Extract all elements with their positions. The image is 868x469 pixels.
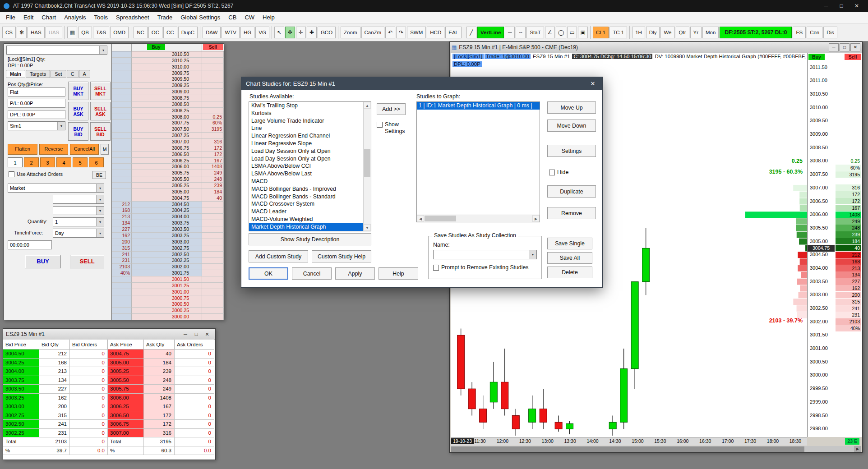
tab-set[interactable]: Set xyxy=(51,70,66,78)
time-and-sales-button[interactable]: T&S xyxy=(93,27,109,38)
ladder-bid-cell[interactable] xyxy=(112,114,132,120)
tab-main[interactable]: Main xyxy=(6,70,25,78)
ladder-bid-cell[interactable] xyxy=(112,120,132,126)
ladder-bid-cell[interactable] xyxy=(112,176,132,183)
ladder-bid-cell[interactable] xyxy=(112,276,132,283)
timeframe-daily-button[interactable]: Dly xyxy=(646,27,660,38)
data-feed-status-badge[interactable]: DF:2505 ST:2, 5267 DL:0 xyxy=(720,27,792,38)
swm-button[interactable]: SWM xyxy=(407,27,426,38)
study-list-item[interactable]: MACD Bollinger Bands - Improved xyxy=(249,185,363,193)
ladder-bid-cell[interactable]: 168 xyxy=(112,207,132,214)
stat-button[interactable]: StaT xyxy=(526,27,544,38)
study-list-item[interactable]: LSMA Above/Below Last xyxy=(249,170,363,178)
depth-close-button[interactable]: ✕ xyxy=(202,331,212,337)
hide-checkbox[interactable]: Hide xyxy=(549,169,568,176)
scrollbar-thumb[interactable] xyxy=(364,149,370,177)
ladder-ask-cell[interactable]: 248 xyxy=(202,176,224,183)
crosshair-tool-icon[interactable]: ✛ xyxy=(296,27,306,38)
ladder-ask-cell[interactable] xyxy=(202,226,224,233)
study-list-item[interactable]: Kurtosis xyxy=(249,110,363,117)
hcd-button[interactable]: HCD xyxy=(427,27,444,38)
ladder-bid-cell[interactable] xyxy=(112,133,132,139)
ladder-bid-cell[interactable]: 241 xyxy=(112,252,132,258)
cl1-button[interactable]: CL1 xyxy=(593,27,609,38)
graph-list-item[interactable]: 1 | ID:1 Market Depth Historical Graph |… xyxy=(417,102,540,110)
dialog-close-icon[interactable]: ✕ xyxy=(588,80,598,87)
menu-chart[interactable]: Chart xyxy=(37,12,60,23)
qb-button[interactable]: QB xyxy=(78,27,92,38)
ladder-bid-cell[interactable] xyxy=(112,308,132,314)
ladder-bid-cell[interactable]: 227 xyxy=(112,226,132,233)
ladder-bid-cell[interactable]: 231 xyxy=(112,257,132,264)
ellipse-tool-icon[interactable]: ◯ xyxy=(556,27,566,38)
study-list-item[interactable]: Load Day Session Only at Open xyxy=(249,155,363,163)
ok-button[interactable]: OK xyxy=(249,267,288,280)
ladder-ask-cell[interactable]: 3195 xyxy=(202,126,224,133)
study-list-item[interactable]: Load Day Session Only at Open xyxy=(249,147,363,155)
ladder-ask-cell[interactable] xyxy=(202,95,224,101)
qty-preset-3[interactable]: 3 xyxy=(40,157,55,167)
price-dropdown-1[interactable]: ▾ xyxy=(53,195,104,204)
cancel-zoom-button[interactable]: CanZm xyxy=(361,27,385,38)
app-maximize-button[interactable]: □ xyxy=(834,3,849,9)
dropdown-arrow-icon[interactable]: ▾ xyxy=(529,250,536,259)
connect-button[interactable]: Con xyxy=(807,27,822,38)
qty-preset-2[interactable]: 2 xyxy=(24,157,39,167)
dropdown-arrow-icon[interactable]: ▾ xyxy=(57,122,65,130)
buy-mkt-button[interactable]: BUYMKT xyxy=(68,82,88,100)
reverse-button[interactable]: Reverse xyxy=(39,144,68,155)
save-single-button[interactable]: Save Single xyxy=(547,238,592,249)
ladder-bid-cell[interactable] xyxy=(112,295,132,302)
ladder-ask-cell[interactable] xyxy=(202,289,224,295)
study-list-item[interactable]: MACD xyxy=(249,178,363,185)
ladder-ask-cell[interactable] xyxy=(202,70,224,77)
prompt-remove-checkbox[interactable]: Prompt to Remove Existing Studies xyxy=(433,264,528,271)
add-custom-study-button[interactable]: Add Custom Study xyxy=(249,250,308,262)
sell-bid-button[interactable]: SELLBID xyxy=(90,122,111,141)
flatten-button[interactable]: Flatten xyxy=(8,144,37,155)
study-list-item[interactable]: Linear Regressive Slope xyxy=(249,140,363,147)
ladder-bid-cell[interactable]: 213 xyxy=(112,214,132,220)
order-type-dropdown[interactable]: Market ▾ xyxy=(8,184,104,193)
uas-button[interactable]: UAS xyxy=(46,27,63,38)
ladder-bid-cell[interactable] xyxy=(112,70,132,77)
scroll-down-arrow[interactable]: ▼ xyxy=(364,224,371,231)
studies-to-graph-listbox[interactable]: 1 | ID:1 Market Depth Historical Graph |… xyxy=(416,101,540,222)
move-down-button[interactable]: Move Down xyxy=(547,120,596,132)
ladder-ask-cell[interactable] xyxy=(202,270,224,276)
ladder-ask-cell[interactable]: 40 xyxy=(202,195,224,202)
ladder-bid-cell[interactable] xyxy=(112,126,132,133)
ladder-bid-cell[interactable] xyxy=(112,183,132,189)
disconnect-button[interactable]: Dis xyxy=(823,27,837,38)
ladder-bid-cell[interactable] xyxy=(112,58,132,64)
ladder-bid-cell[interactable] xyxy=(112,101,132,108)
filled-rectangle-tool-icon[interactable]: ▣ xyxy=(578,27,588,38)
move-up-button[interactable]: Move Up xyxy=(547,101,596,114)
ladder-ask-cell[interactable] xyxy=(202,308,224,314)
be-button[interactable]: BE xyxy=(92,171,106,179)
delete-button[interactable]: Delete xyxy=(547,267,592,278)
cancel-button[interactable]: Cancel xyxy=(292,267,332,280)
dropdown-arrow-icon[interactable]: ▾ xyxy=(99,46,107,54)
depth-maximize-button[interactable]: □ xyxy=(191,331,202,337)
sell-mkt-button[interactable]: SELLMKT xyxy=(90,82,111,100)
ladder-ask-cell[interactable] xyxy=(202,108,224,114)
duplicate-button[interactable]: Duplicate xyxy=(547,185,596,198)
ladder-ask-cell[interactable]: 249 xyxy=(202,170,224,176)
ladder-bid-cell[interactable] xyxy=(112,152,132,158)
fs-button[interactable]: FS xyxy=(793,27,806,38)
ladder-ask-cell[interactable] xyxy=(202,101,224,108)
ladder-ask-cell[interactable] xyxy=(202,257,224,264)
ladder-bid-cell[interactable] xyxy=(112,289,132,295)
ladder-ask-cell[interactable]: 172 xyxy=(202,145,224,152)
chart-close-button[interactable]: ✕ xyxy=(850,43,860,51)
hand-pan-tool-icon[interactable]: ✜ xyxy=(285,27,295,38)
ladder-ask-cell[interactable] xyxy=(202,64,224,70)
help-button[interactable]: Help xyxy=(379,267,418,280)
dropdown-arrow-icon[interactable]: ▾ xyxy=(96,229,104,237)
hg-button[interactable]: HG xyxy=(240,27,254,38)
ladder-ask-cell[interactable] xyxy=(202,264,224,270)
ladder-ask-cell[interactable] xyxy=(202,89,224,95)
ladder-bid-cell[interactable] xyxy=(112,283,132,289)
apply-button[interactable]: Apply xyxy=(335,267,375,280)
